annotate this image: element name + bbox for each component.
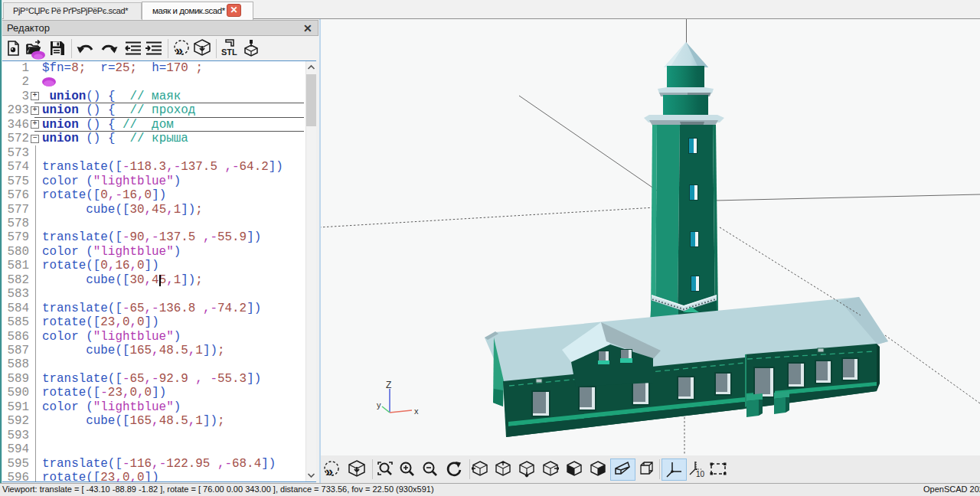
- svg-text:STL: STL: [221, 47, 237, 57]
- svg-text:»: »: [325, 464, 333, 478]
- svg-text:x: x: [414, 406, 419, 416]
- svg-text:»: »: [175, 43, 183, 57]
- svg-text:Z: Z: [386, 380, 391, 390]
- svg-text:10: 10: [696, 470, 705, 478]
- svg-text:y: y: [377, 400, 381, 410]
